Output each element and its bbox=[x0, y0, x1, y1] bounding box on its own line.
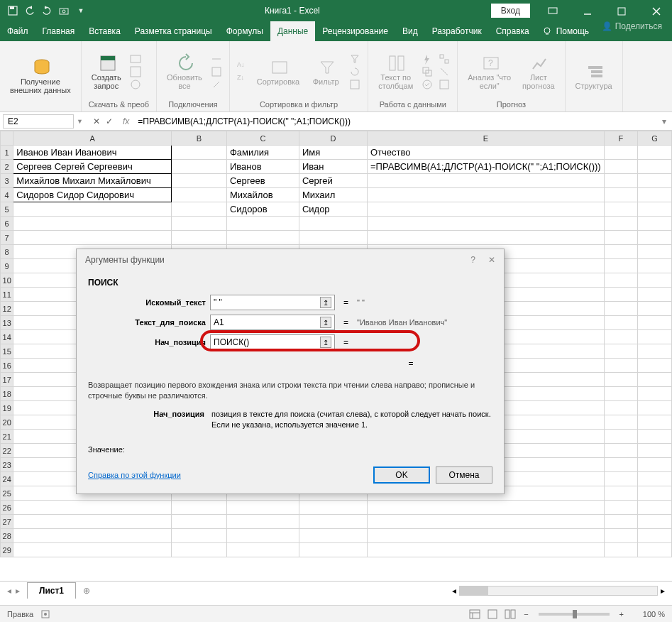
undo-icon[interactable] bbox=[24, 5, 35, 16]
zoom-in-icon[interactable]: + bbox=[617, 610, 627, 618]
row-header[interactable]: 1 bbox=[1, 146, 13, 160]
page-layout-icon[interactable] bbox=[485, 608, 500, 621]
what-if-button[interactable]: ? Анализ "что если" bbox=[465, 50, 514, 93]
macro-record-icon[interactable] bbox=[40, 609, 50, 619]
connections-icon[interactable] bbox=[211, 53, 222, 65]
help-link[interactable]: Справка по этой функции bbox=[88, 471, 181, 479]
name-box-dropdown-icon[interactable]: ▼ bbox=[77, 118, 87, 125]
row-header[interactable]: 3 bbox=[1, 174, 13, 188]
zoom-out-icon[interactable]: − bbox=[521, 610, 531, 618]
clear-filter-icon[interactable] bbox=[349, 53, 360, 65]
collapse-icon[interactable]: ↥ bbox=[320, 297, 331, 308]
cell[interactable]: Отчество bbox=[367, 146, 604, 160]
advanced-icon[interactable] bbox=[349, 79, 360, 90]
close-icon[interactable]: ✕ bbox=[488, 255, 495, 265]
tab-formulas[interactable]: Формулы bbox=[219, 21, 270, 41]
show-queries-icon[interactable] bbox=[130, 53, 141, 65]
col-header[interactable]: B bbox=[172, 131, 227, 146]
ok-button[interactable]: OK bbox=[373, 466, 430, 484]
help-icon[interactable]: ? bbox=[470, 255, 475, 265]
new-query-button[interactable]: Создать запрос bbox=[89, 50, 124, 93]
recent-sources-icon[interactable] bbox=[130, 79, 141, 90]
select-all-corner[interactable] bbox=[1, 131, 13, 146]
tab-developer[interactable]: Разработчик bbox=[425, 21, 489, 41]
cell[interactable]: Сергеев bbox=[226, 174, 299, 188]
collapse-icon[interactable]: ↥ bbox=[320, 317, 331, 328]
data-model-icon[interactable] bbox=[439, 79, 450, 90]
cell[interactable]: Михайлов Михаил Михайлович bbox=[13, 174, 172, 188]
cell[interactable]: Михайлов bbox=[226, 188, 299, 202]
expand-formula-icon[interactable]: ▾ bbox=[656, 116, 672, 126]
sort-button[interactable]: Сортировка bbox=[254, 55, 302, 89]
arg-input[interactable]: " " ↥ bbox=[210, 295, 335, 310]
scroll-left-icon[interactable]: ◂ bbox=[452, 586, 456, 596]
minimize-icon[interactable] bbox=[571, 1, 603, 22]
cell[interactable]: Иван bbox=[299, 160, 367, 174]
cancel-button[interactable]: Отмена bbox=[436, 466, 492, 484]
tab-home[interactable]: Главная bbox=[35, 21, 82, 41]
row-header[interactable]: 2 bbox=[1, 160, 13, 174]
cell[interactable]: Сергеев Сергей Сергеевич bbox=[13, 160, 172, 174]
formula-input[interactable]: =ПРАВСИМВ(A1;ДЛСТР(A1)-ПОИСК(" ";A1;ПОИС… bbox=[133, 115, 656, 128]
normal-view-icon[interactable] bbox=[467, 608, 483, 621]
tab-insert[interactable]: Вставка bbox=[82, 21, 128, 41]
enter-formula-icon[interactable]: ✓ bbox=[106, 116, 113, 126]
outline-button[interactable]: Структура bbox=[573, 59, 615, 93]
cell[interactable]: Имя bbox=[299, 146, 367, 160]
tell-me[interactable]: Помощь bbox=[556, 26, 589, 36]
tab-file[interactable]: Файл bbox=[0, 21, 35, 41]
forecast-button[interactable]: Лист прогноза bbox=[519, 50, 557, 93]
remove-duplicates-icon[interactable] bbox=[422, 66, 433, 77]
col-header[interactable]: E bbox=[367, 131, 604, 146]
consolidate-icon[interactable] bbox=[439, 53, 450, 65]
refresh-all-button[interactable]: Обновить все bbox=[164, 50, 205, 93]
fx-icon[interactable]: fx bbox=[119, 116, 133, 126]
cell[interactable]: Иванов Иван Иванович bbox=[13, 146, 172, 160]
cell[interactable]: Михаил bbox=[299, 188, 367, 202]
login-button[interactable]: Вход bbox=[491, 4, 530, 18]
col-header[interactable]: G bbox=[638, 131, 672, 146]
properties-icon[interactable] bbox=[211, 66, 222, 77]
edit-links-icon[interactable] bbox=[211, 79, 222, 90]
add-sheet-button[interactable]: ⊕ bbox=[76, 586, 97, 596]
ribbon-display-icon[interactable] bbox=[537, 0, 569, 21]
cell[interactable]: Сидоров Сидор Сидорович bbox=[13, 188, 172, 202]
cell[interactable]: Иванов bbox=[226, 160, 299, 174]
relationships-icon[interactable] bbox=[439, 66, 450, 77]
get-external-data-button[interactable]: Получение внешних данных bbox=[7, 55, 74, 97]
sheet-nav-prev-icon[interactable]: ◂ bbox=[7, 586, 11, 596]
cell[interactable]: Фамилия bbox=[226, 146, 299, 160]
arg-input[interactable]: A1 ↥ bbox=[210, 315, 335, 330]
flash-fill-icon[interactable] bbox=[422, 53, 433, 65]
maximize-icon[interactable] bbox=[606, 1, 638, 22]
cancel-formula-icon[interactable]: ✕ bbox=[93, 116, 100, 126]
sort-az-icon[interactable]: A↓ bbox=[237, 60, 248, 71]
tab-help[interactable]: Справка bbox=[489, 21, 536, 41]
from-table-icon[interactable] bbox=[130, 66, 141, 77]
sheet-tab[interactable]: Лист1 bbox=[27, 582, 76, 599]
text-to-columns-button[interactable]: Текст по столбцам bbox=[375, 50, 416, 93]
tab-data[interactable]: Данные bbox=[270, 21, 315, 41]
sheet-nav-next-icon[interactable]: ▸ bbox=[16, 586, 20, 596]
share-button[interactable]: 👤 Поделиться bbox=[602, 21, 672, 41]
horizontal-scrollbar[interactable] bbox=[459, 586, 658, 596]
zoom-level[interactable]: 100 % bbox=[629, 610, 665, 618]
cell[interactable]: Сергей bbox=[299, 174, 367, 188]
filter-button[interactable]: Фильтр bbox=[308, 55, 343, 89]
zoom-slider[interactable] bbox=[539, 613, 610, 616]
col-header[interactable]: D bbox=[299, 131, 367, 146]
row-header[interactable]: 5 bbox=[1, 202, 13, 217]
close-icon[interactable] bbox=[640, 1, 672, 22]
page-break-icon[interactable] bbox=[502, 608, 518, 621]
cell[interactable]: Сидор bbox=[299, 202, 367, 217]
cell[interactable]: =ПРАВСИМВ(A1;ДЛСТР(A1)-ПОИСК(" ";A1;ПОИС… bbox=[367, 160, 604, 174]
tab-layout[interactable]: Разметка страницы bbox=[128, 21, 219, 41]
sort-za-icon[interactable]: Z↓ bbox=[237, 72, 248, 84]
col-header[interactable]: F bbox=[604, 131, 638, 146]
arg-input[interactable]: ПОИСК() ↥ bbox=[210, 334, 335, 350]
save-icon[interactable] bbox=[7, 5, 18, 16]
col-header[interactable]: C bbox=[226, 131, 299, 146]
scroll-right-icon[interactable]: ▸ bbox=[661, 586, 665, 596]
tab-view[interactable]: Вид bbox=[395, 21, 425, 41]
qat-dropdown-icon[interactable]: ▼ bbox=[75, 5, 87, 16]
